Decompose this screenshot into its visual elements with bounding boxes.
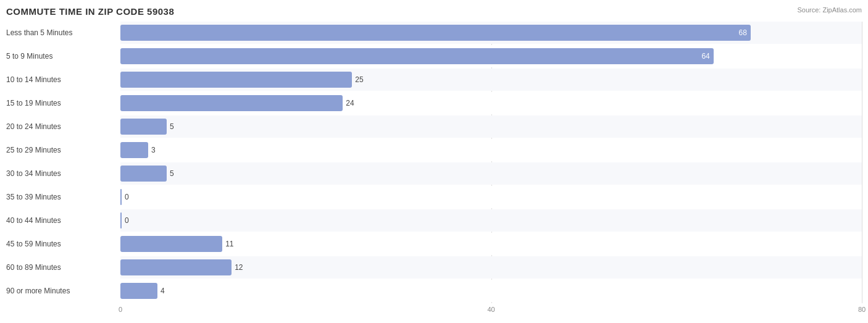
bar-label-9: 45 to 59 Minutes	[6, 233, 120, 255]
bar-value-5: 3	[151, 146, 156, 154]
x-axis-row: 04080	[6, 306, 862, 318]
bar-value-inside-1: 64	[701, 52, 709, 61]
bar-label-1: 5 to 9 Minutes	[6, 45, 120, 67]
bar-value-inside-0: 68	[738, 28, 746, 37]
bar-label-11: 90 or more Minutes	[6, 280, 120, 302]
bar-row-10: 12	[120, 256, 862, 279]
bar-row-5: 3	[120, 139, 862, 161]
bar-label-5: 25 to 29 Minutes	[6, 139, 120, 161]
bar-row-9: 11	[120, 233, 862, 255]
bars-column: 686425245350011124	[120, 22, 862, 303]
x-axis: 04080	[120, 306, 862, 318]
bar-fill-8	[120, 212, 122, 229]
bar-fill-2	[120, 72, 352, 88]
bar-row-3: 24	[120, 92, 862, 114]
bar-value-9: 11	[225, 240, 233, 248]
bar-row-6: 5	[120, 162, 862, 185]
bar-label-8: 40 to 44 Minutes	[6, 209, 120, 232]
bar-fill-6	[120, 166, 167, 182]
bar-row-0: 68	[120, 22, 862, 44]
chart-container: COMMUTE TIME IN ZIP CODE 59038 Source: Z…	[0, 0, 868, 323]
bar-row-11: 4	[120, 280, 862, 302]
x-tick-2: 80	[858, 306, 866, 313]
x-tick-1: 40	[487, 306, 495, 313]
bar-row-2: 25	[120, 69, 862, 91]
bar-fill-0: 68	[120, 25, 751, 41]
labels-column: Less than 5 Minutes5 to 9 Minutes10 to 1…	[6, 22, 120, 303]
bar-row-8: 0	[120, 209, 862, 232]
bar-value-11: 4	[161, 287, 165, 295]
bar-label-0: Less than 5 Minutes	[6, 22, 120, 44]
bar-label-10: 60 to 89 Minutes	[6, 256, 120, 279]
source-label: Source: ZipAtlas.com	[797, 6, 862, 14]
bar-fill-10	[120, 259, 232, 275]
bar-fill-1: 64	[120, 48, 714, 64]
bar-label-3: 15 to 19 Minutes	[6, 92, 120, 114]
bar-value-10: 12	[235, 263, 243, 272]
bar-fill-9	[120, 236, 222, 252]
bar-fill-3	[120, 95, 343, 111]
chart-body: Less than 5 Minutes5 to 9 Minutes10 to 1…	[6, 22, 862, 303]
bar-value-6: 5	[170, 169, 174, 178]
bar-row-1: 64	[120, 45, 862, 67]
bar-value-4: 5	[170, 122, 174, 131]
chart-title: COMMUTE TIME IN ZIP CODE 59038	[6, 6, 862, 17]
bar-value-8: 0	[125, 216, 129, 225]
bar-fill-5	[120, 142, 148, 158]
bar-fill-7	[120, 189, 122, 205]
bar-row-7: 0	[120, 186, 862, 208]
bar-label-6: 30 to 34 Minutes	[6, 162, 120, 185]
bar-label-7: 35 to 39 Minutes	[6, 186, 120, 208]
bar-fill-4	[120, 119, 167, 135]
x-tick-0: 0	[119, 306, 122, 313]
bar-label-4: 20 to 24 Minutes	[6, 115, 120, 138]
bar-fill-11	[120, 283, 157, 299]
bar-label-2: 10 to 14 Minutes	[6, 69, 120, 91]
bar-value-3: 24	[346, 99, 354, 107]
bar-value-2: 25	[355, 75, 363, 84]
grid-line-2	[862, 22, 862, 303]
bar-value-7: 0	[125, 193, 129, 201]
bar-row-4: 5	[120, 115, 862, 138]
